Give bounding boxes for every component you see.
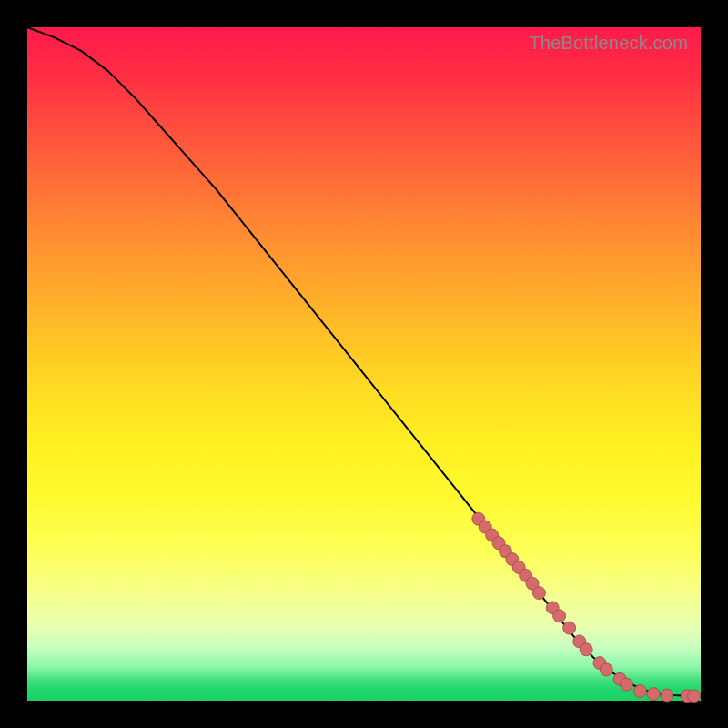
data-point (563, 622, 576, 634)
data-point (661, 689, 673, 702)
plot-area: TheBottleneck.com (27, 27, 701, 701)
chart-frame: TheBottleneck.com (0, 0, 728, 728)
data-point (633, 685, 646, 698)
data-point (600, 663, 612, 676)
data-point (688, 690, 701, 703)
chart-overlay (27, 27, 701, 701)
data-point (553, 610, 566, 622)
scatter-points (472, 512, 701, 703)
data-point (580, 643, 592, 656)
main-curve (27, 27, 701, 696)
data-point (621, 678, 633, 691)
data-point (532, 587, 545, 600)
data-point (647, 688, 660, 701)
